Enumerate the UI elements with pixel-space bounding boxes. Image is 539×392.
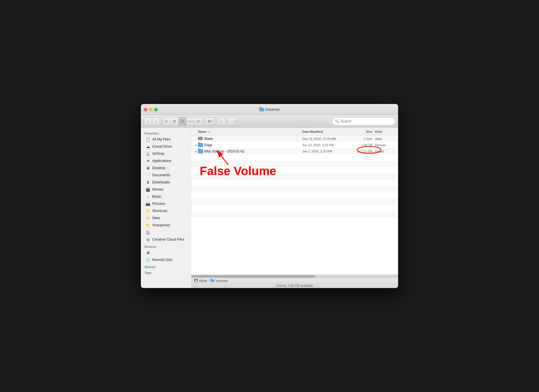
file-area: Name ▲ Date Modified Size Kind <box>191 128 398 288</box>
search-box[interactable]: 🔍 <box>332 117 395 125</box>
sidebar-item-movies[interactable]: 🎬 Movies <box>142 186 190 193</box>
sidebar-item-sites[interactable]: 📁 Sites <box>142 215 190 221</box>
window-title: Volumes <box>259 107 280 112</box>
sidebar-label-all-my-files: All My Files <box>152 137 171 141</box>
view-mode-buttons: ≡ ▾ ⊞ ☰ ▭▭ ⊡ ▾ <box>162 117 203 126</box>
sidebar-item-documents[interactable]: 📄 Documents <box>142 172 190 179</box>
sidebar-label-shortcuts: Shortcuts <box>152 209 167 213</box>
sidebar-item-applications[interactable]: ✦ Applications <box>142 157 190 164</box>
file-date-blade: Sep 13, 2016, 12:20 AM <box>302 137 349 140</box>
folder-sharpened-icon: 📁 <box>146 223 150 227</box>
sidebar-label-downloads: Downloads <box>152 180 170 184</box>
tag-button[interactable]: ○ <box>228 117 236 125</box>
column-view-icon: ☰ <box>181 119 184 123</box>
sidebar-item-icloud-drive[interactable]: ☁ iCloud Drive <box>142 143 190 150</box>
sidebar-item-music[interactable]: ♪ Music <box>142 193 190 200</box>
finder-window: Volumes ‹ › ≡ ▾ ⊞ ☰ ▭▭ <box>141 104 398 288</box>
sidebar-label-desktop: Desktop <box>152 166 165 170</box>
sidebar-item-remote-disc[interactable]: 💿 Remote Disc <box>142 256 190 263</box>
back-button[interactable]: ‹ <box>144 117 152 125</box>
nav-buttons: ‹ › <box>144 117 160 125</box>
breadcrumb-volumes: Volumes <box>216 279 228 282</box>
disk-icon <box>198 137 203 141</box>
column-date[interactable]: Date Modified <box>302 130 349 133</box>
tag-icon: ○ <box>231 119 233 123</box>
view-icon-button[interactable]: ⊞ <box>171 117 179 125</box>
empty-row <box>191 192 398 199</box>
file-name-imac: iMac Backup - 2016-01-01 <box>204 149 302 153</box>
file-list-header: Name ▲ Date Modified Size Kind <box>191 128 398 136</box>
search-input[interactable] <box>340 119 393 123</box>
expander-edge[interactable]: ▶ <box>194 143 198 147</box>
sidebar-item-pictures[interactable]: 📷 Pictures <box>142 200 190 207</box>
close-button[interactable] <box>144 108 147 111</box>
camera-icon: 📷 <box>146 201 150 206</box>
sidebar-item-computer[interactable]: 🖥 <box>142 249 190 256</box>
sidebar-label-music: Music <box>152 195 162 199</box>
movie-icon: 🎬 <box>146 187 150 192</box>
sidebar-label-applications: Applications <box>152 159 171 163</box>
file-size-edge: 1.88 TB <box>349 143 372 147</box>
sidebar-item-airdrop[interactable]: 📡 AirDrop <box>142 150 190 157</box>
sidebar-item-shortcuts[interactable]: 📁 Shortcuts <box>142 207 190 214</box>
breadcrumb-blade: Blade <box>199 279 207 282</box>
file-kind-blade: Alias <box>372 137 395 140</box>
monitor-icon: 🖥 <box>146 166 150 170</box>
sidebar-label-sharpened: Sharpened <box>152 223 170 227</box>
share-button[interactable]: ↑ <box>217 117 225 125</box>
view-cover-button[interactable]: ▭▭ <box>187 117 195 125</box>
view-group-button[interactable]: ⊡ ▾ <box>195 117 203 125</box>
title-text: Volumes <box>265 107 280 112</box>
sidebar-item-downloads[interactable]: ⬇ Downloads <box>142 179 190 186</box>
cloud-icon: ☁ <box>146 144 150 149</box>
expander-imac[interactable]: ▶ <box>194 149 198 153</box>
sidebar-label-documents: Documents <box>152 173 170 177</box>
sidebar-item-sharpened[interactable]: 📁 Sharpened <box>142 222 190 229</box>
sidebar-label-sites: Sites <box>152 216 160 220</box>
back-icon: ‹ <box>147 119 149 124</box>
horizontal-scrollbar[interactable] <box>191 274 398 278</box>
sidebar-label-creative-cloud: Creative Cloud Files <box>152 237 185 241</box>
column-kind-label: Kind <box>375 130 382 133</box>
file-date-edge: Jun 13, 2015, 2:13 PM <box>302 143 349 147</box>
disc-icon: 💿 <box>146 258 150 262</box>
minimize-button[interactable] <box>149 108 152 111</box>
empty-row <box>191 199 398 205</box>
sidebar-label-icloud-drive: iCloud Drive <box>152 144 172 149</box>
expander-blade <box>194 137 198 141</box>
sidebar-item-creative-cloud[interactable]: ◎ Creative Cloud Files <box>142 236 190 243</box>
breadcrumb: 💾 Blade › Volumes <box>191 278 398 283</box>
empty-row <box>191 167 398 173</box>
action-chevron-icon: ▾ <box>211 120 213 122</box>
search-icon: 🔍 <box>335 119 339 123</box>
table-row[interactable]: ▶ Edge Jun 13, 2015, 2:13 PM 1.88 TB Rem… <box>191 142 398 148</box>
table-row[interactable]: ▶ iMac Backup - 2016-01-01 Jan 1, 2016, … <box>191 148 398 155</box>
file-kind-imac: Folder <box>372 150 395 153</box>
sidebar-item-desktop[interactable]: 🖥 Desktop <box>142 165 190 171</box>
group-view-icon: ⊡ <box>197 120 199 123</box>
main-area: Favorites 📋 All My Files ☁ iCloud Drive … <box>141 128 398 288</box>
column-size[interactable]: Size <box>349 130 372 133</box>
sidebar-item-all-my-files[interactable]: 📋 All My Files <box>142 136 190 143</box>
traffic-lights <box>144 108 158 111</box>
column-kind[interactable]: Kind <box>372 130 395 133</box>
doc-icon: 📄 <box>146 173 150 177</box>
gear-icon: ⚙ <box>208 119 211 123</box>
forward-button[interactable]: › <box>152 117 160 125</box>
view-list-button[interactable]: ≡ ▾ <box>163 117 171 125</box>
file-kind-edge: Remote <box>372 143 395 147</box>
folder-icon-imac <box>198 149 203 153</box>
column-name[interactable]: Name ▲ <box>198 130 302 133</box>
titlebar: Volumes <box>141 104 398 115</box>
sidebar-item-home[interactable]: 🏠 <box>142 229 190 236</box>
table-row[interactable]: Blade Sep 13, 2016, 12:20 AM 1 byte Alia… <box>191 136 398 142</box>
view-column-button[interactable]: ☰ <box>179 117 187 125</box>
breadcrumb-separator: › <box>208 279 209 282</box>
sidebar-label-airdrop: AirDrop <box>152 152 164 156</box>
action-button[interactable]: ⚙ ▾ <box>205 117 215 125</box>
empty-row <box>191 205 398 211</box>
maximize-button[interactable] <box>154 108 158 111</box>
scrollbar-thumb[interactable] <box>191 275 315 278</box>
list-chevron: ▾ <box>167 120 168 122</box>
sidebar-label-pictures: Pictures <box>152 202 165 206</box>
